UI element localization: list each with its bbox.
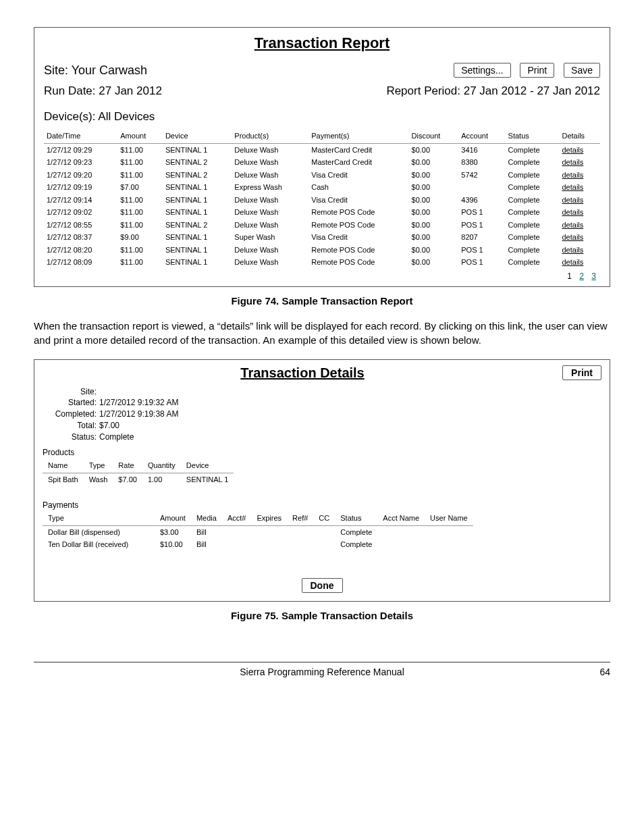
cell-pay: Remote POS Code: [308, 219, 408, 232]
cell-dt: 1/27/12 09:20: [44, 169, 117, 182]
cell-dev: SENTINAL 1: [163, 244, 232, 257]
cell-dt: 1/27/12 09:29: [44, 143, 117, 156]
cell-amt: $7.00: [117, 181, 163, 194]
site-label: Site: Your Carwash: [44, 63, 147, 78]
cell-disc: $0.00: [409, 143, 459, 156]
body-paragraph: When the transaction report is viewed, a…: [34, 319, 610, 347]
payments-table: Type Amount Media Acct# Expires Ref# CC …: [43, 511, 473, 551]
table-row: 1/27/12 08:55$11.00SENTINAL 2Deluxe Wash…: [44, 219, 600, 232]
cell-acct: [458, 181, 505, 194]
table-row: 1/27/12 08:37$9.00SENTINAL 1Super WashVi…: [44, 231, 600, 244]
cell-prod: Super Wash: [232, 231, 308, 244]
figure-75-caption: Figure 75. Sample Transaction Details: [34, 610, 610, 621]
cell-status: Complete: [506, 156, 560, 169]
cell-status: Complete: [506, 256, 560, 269]
cell-acct: POS 1: [458, 206, 505, 219]
col-payment: Payment(s): [308, 129, 408, 143]
details-print-button[interactable]: Print: [562, 365, 601, 380]
pay-cell-exp: [251, 525, 287, 538]
col-datetime: Date/Time: [44, 129, 117, 143]
table-row: 1/27/12 09:02$11.00SENTINAL 1Deluxe Wash…: [44, 206, 600, 219]
pay-cell-an: [377, 525, 425, 538]
cell-dt: 1/27/12 08:37: [44, 231, 117, 244]
cell-disc: $0.00: [409, 219, 459, 232]
cell-dt: 1/27/12 09:19: [44, 181, 117, 194]
devices-label: Device(s): All Devices: [44, 110, 600, 124]
cell-pay: Visa Credit: [308, 194, 408, 207]
meta-completed-key: Completed:: [43, 409, 97, 420]
cell-acct: 4396: [458, 194, 505, 207]
print-button[interactable]: Print: [520, 63, 554, 78]
pay-col-acct: Acct#: [222, 511, 252, 525]
col-amount: Amount: [117, 129, 163, 143]
meta-site-key: Site:: [43, 386, 97, 398]
page-link-3[interactable]: 3: [591, 271, 596, 281]
save-button[interactable]: Save: [564, 63, 600, 78]
table-row: 1/27/12 09:23$11.00SENTINAL 2Deluxe Wash…: [44, 156, 600, 169]
cell-dev: SENTINAL 2: [163, 219, 232, 232]
cell-dev: SENTINAL 1: [163, 231, 232, 244]
details-link[interactable]: details: [562, 221, 584, 229]
details-link[interactable]: details: [562, 196, 584, 204]
page-link-2[interactable]: 2: [579, 271, 584, 281]
pay-cell-status: Complete: [335, 538, 377, 551]
prod-col-qty: Quantity: [142, 459, 181, 473]
cell-dt: 1/27/12 08:55: [44, 219, 117, 232]
prod-cell-type: Wash: [84, 473, 113, 486]
details-link[interactable]: details: [562, 158, 584, 166]
cell-amt: $9.00: [117, 231, 163, 244]
details-link[interactable]: details: [562, 171, 584, 179]
meta-status-key: Status:: [43, 432, 97, 443]
cell-disc: $0.00: [409, 156, 459, 169]
details-link[interactable]: details: [562, 146, 584, 154]
meta-total-val: $7.00: [99, 420, 119, 432]
details-link[interactable]: details: [562, 208, 584, 216]
pay-cell-cc: [313, 538, 335, 551]
pay-cell-ref: [287, 525, 313, 538]
cell-acct: 3416: [458, 143, 505, 156]
done-button[interactable]: Done: [302, 578, 343, 593]
cell-pay: Visa Credit: [308, 169, 408, 182]
figure-74-caption: Figure 74. Sample Transaction Report: [34, 295, 610, 307]
cell-dt: 1/27/12 08:20: [44, 244, 117, 257]
cell-acct: 5742: [458, 169, 505, 182]
pay-cell-type: Dollar Bill (dispensed): [43, 525, 155, 538]
report-buttons: Settings... Print Save: [447, 63, 600, 78]
cell-dev: SENTINAL 2: [163, 169, 232, 182]
cell-amt: $11.00: [117, 194, 163, 207]
settings-button[interactable]: Settings...: [454, 63, 510, 78]
pager: 1 2 3: [44, 269, 600, 281]
cell-dev: SENTINAL 1: [163, 194, 232, 207]
cell-dev: SENTINAL 2: [163, 156, 232, 169]
cell-status: Complete: [506, 181, 560, 194]
prod-col-type: Type: [84, 459, 113, 473]
table-row: 1/27/12 09:20$11.00SENTINAL 2Deluxe Wash…: [44, 169, 600, 182]
cell-disc: $0.00: [409, 231, 459, 244]
cell-pay: MasterCard Credit: [308, 143, 408, 156]
payment-row: Ten Dollar Bill (received)$10.00BillComp…: [43, 538, 473, 551]
cell-pay: MasterCard Credit: [308, 156, 408, 169]
cell-prod: Deluxe Wash: [232, 206, 308, 219]
products-section-label: Products: [43, 448, 601, 457]
table-row: 1/27/12 09:14$11.00SENTINAL 1Deluxe Wash…: [44, 194, 600, 207]
details-link[interactable]: details: [562, 183, 584, 191]
cell-dev: SENTINAL 1: [163, 256, 232, 269]
col-product: Product(s): [232, 129, 308, 143]
details-link[interactable]: details: [562, 233, 584, 241]
cell-dt: 1/27/12 09:23: [44, 156, 117, 169]
page-footer: Sierra Programming Reference Manual 64: [34, 662, 610, 677]
details-link[interactable]: details: [562, 258, 584, 266]
col-account: Account: [458, 129, 505, 143]
product-row: Spit BathWash$7.001.00SENTINAL 1: [43, 473, 234, 486]
col-status: Status: [506, 129, 560, 143]
table-row: 1/27/12 09:29$11.00SENTINAL 1Deluxe Wash…: [44, 143, 600, 156]
payment-row: Dollar Bill (dispensed)$3.00BillComplete: [43, 525, 473, 538]
pay-cell-un: [425, 538, 473, 551]
cell-prod: Express Wash: [232, 181, 308, 194]
cell-status: Complete: [506, 206, 560, 219]
table-row: 1/27/12 08:20$11.00SENTINAL 1Deluxe Wash…: [44, 244, 600, 257]
cell-pay: Remote POS Code: [308, 206, 408, 219]
pay-col-media: Media: [191, 511, 222, 525]
details-link[interactable]: details: [562, 246, 584, 254]
cell-amt: $11.00: [117, 169, 163, 182]
